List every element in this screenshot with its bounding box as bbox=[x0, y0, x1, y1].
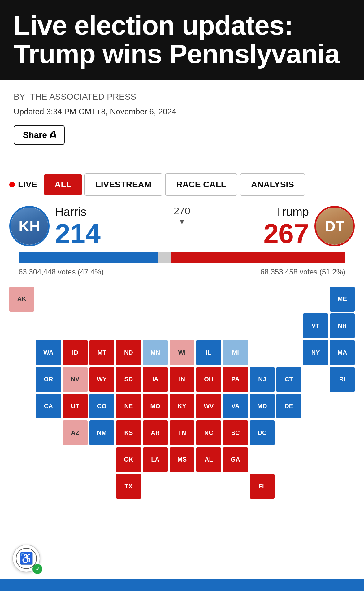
harris-ev: 214 bbox=[55, 220, 101, 247]
state-me[interactable]: ME bbox=[330, 287, 355, 312]
trump-bar bbox=[171, 252, 345, 263]
state-sc[interactable]: SC bbox=[223, 420, 248, 445]
tab-all[interactable]: ALL bbox=[44, 174, 82, 195]
state-oh[interactable]: OH bbox=[196, 367, 221, 392]
state-il[interactable]: IL bbox=[196, 340, 221, 365]
share-button[interactable]: Share ⎙ bbox=[14, 125, 65, 145]
trump-candidate: DT Trump 267 bbox=[263, 205, 355, 247]
state-ok[interactable]: OK bbox=[116, 447, 141, 472]
state-nv[interactable]: NV bbox=[63, 367, 88, 392]
state-empty bbox=[9, 394, 34, 418]
state-ca[interactable]: CA bbox=[36, 394, 61, 418]
state-fl[interactable]: FL bbox=[250, 474, 275, 499]
state-wy[interactable]: WY bbox=[89, 367, 114, 392]
state-empty bbox=[303, 447, 328, 472]
state-empty bbox=[9, 420, 34, 445]
candidates-row: KH Harris 214 270 ▼ DT Trump 267 bbox=[9, 205, 355, 247]
state-ks[interactable]: KS bbox=[116, 420, 141, 445]
state-wv[interactable]: WV bbox=[196, 394, 221, 418]
state-nm[interactable]: NM bbox=[89, 420, 114, 445]
state-nd[interactable]: ND bbox=[116, 340, 141, 365]
trump-name: Trump bbox=[275, 205, 309, 219]
state-ut[interactable]: UT bbox=[63, 394, 88, 418]
state-grid: AKMEVTNHWAIDMTNDMNWIILMINYMAORNVWYSDIAIN… bbox=[9, 287, 355, 499]
accessibility-check-icon: ✓ bbox=[32, 564, 42, 574]
state-ga[interactable]: GA bbox=[223, 447, 248, 472]
state-ky[interactable]: KY bbox=[170, 394, 194, 418]
state-empty bbox=[303, 287, 328, 312]
harris-avatar: KH bbox=[9, 206, 50, 246]
trump-face-icon: DT bbox=[316, 208, 353, 245]
share-icon: ⎙ bbox=[50, 130, 55, 140]
harris-name: Harris bbox=[55, 205, 101, 219]
state-pa[interactable]: PA bbox=[223, 367, 248, 392]
state-empty bbox=[250, 313, 275, 338]
trump-avatar: DT bbox=[314, 206, 355, 246]
state-ne[interactable]: NE bbox=[116, 394, 141, 418]
harris-candidate: KH Harris 214 bbox=[9, 205, 101, 247]
state-empty bbox=[63, 287, 88, 312]
state-vt[interactable]: VT bbox=[303, 313, 328, 338]
state-sd[interactable]: SD bbox=[116, 367, 141, 392]
state-empty bbox=[276, 340, 301, 365]
state-or[interactable]: OR bbox=[36, 367, 61, 392]
nav-container: LIVE ALL LIVESTREAM RACE CALL ANALYSIS bbox=[0, 170, 364, 196]
state-empty bbox=[223, 313, 248, 338]
down-arrow-icon: ▼ bbox=[178, 217, 186, 226]
state-id[interactable]: ID bbox=[63, 340, 88, 365]
state-ar[interactable]: AR bbox=[143, 420, 168, 445]
state-empty bbox=[170, 474, 194, 499]
state-tn[interactable]: TN bbox=[170, 420, 194, 445]
nav-tabs: LIVE ALL LIVESTREAM RACE CALL ANALYSIS bbox=[0, 173, 364, 196]
state-empty bbox=[330, 474, 355, 499]
state-empty bbox=[36, 447, 61, 472]
state-mt[interactable]: MT bbox=[89, 340, 114, 365]
state-al[interactable]: AL bbox=[196, 447, 221, 472]
state-mn[interactable]: MN bbox=[143, 340, 168, 365]
state-md[interactable]: MD bbox=[250, 394, 275, 418]
state-mo[interactable]: MO bbox=[143, 394, 168, 418]
state-va[interactable]: VA bbox=[223, 394, 248, 418]
state-tx[interactable]: TX bbox=[116, 474, 141, 499]
state-wa[interactable]: WA bbox=[36, 340, 61, 365]
state-empty bbox=[143, 474, 168, 499]
state-empty bbox=[170, 313, 194, 338]
state-empty bbox=[303, 474, 328, 499]
state-empty bbox=[276, 287, 301, 312]
state-ma[interactable]: MA bbox=[330, 340, 355, 365]
live-label: LIVE bbox=[18, 180, 37, 190]
state-ia[interactable]: IA bbox=[143, 367, 168, 392]
state-nj[interactable]: NJ bbox=[250, 367, 275, 392]
meta-section: BY THE ASSOCIATED PRESS Updated 3:34 PM … bbox=[0, 80, 364, 151]
needed-label: 270 bbox=[174, 205, 190, 217]
state-empty bbox=[143, 313, 168, 338]
state-mi[interactable]: MI bbox=[223, 340, 248, 365]
state-ak[interactable]: AK bbox=[9, 287, 34, 312]
state-empty bbox=[303, 394, 328, 418]
state-ri[interactable]: RI bbox=[330, 367, 355, 392]
state-nc[interactable]: NC bbox=[196, 420, 221, 445]
state-co[interactable]: CO bbox=[89, 394, 114, 418]
state-empty bbox=[250, 447, 275, 472]
state-wi[interactable]: WI bbox=[170, 340, 194, 365]
byline: BY THE ASSOCIATED PRESS bbox=[14, 92, 350, 102]
state-dc[interactable]: DC bbox=[250, 420, 275, 445]
state-la[interactable]: LA bbox=[143, 447, 168, 472]
state-in[interactable]: IN bbox=[170, 367, 194, 392]
state-ct[interactable]: CT bbox=[276, 367, 301, 392]
tab-analysis[interactable]: ANALYSIS bbox=[240, 173, 305, 196]
state-map-section: AKMEVTNHWAIDMTNDMNWIILMINYMAORNVWYSDIAIN… bbox=[0, 284, 364, 511]
gap-bar bbox=[158, 252, 171, 263]
tab-race-call[interactable]: RACE CALL bbox=[165, 173, 237, 196]
harris-info: Harris 214 bbox=[55, 205, 101, 247]
state-ms[interactable]: MS bbox=[170, 447, 194, 472]
state-nh[interactable]: NH bbox=[330, 313, 355, 338]
state-empty bbox=[276, 474, 301, 499]
state-az[interactable]: AZ bbox=[63, 420, 88, 445]
state-de[interactable]: DE bbox=[276, 394, 301, 418]
state-empty bbox=[9, 367, 34, 392]
state-ny[interactable]: NY bbox=[303, 340, 328, 365]
tab-livestream[interactable]: LIVESTREAM bbox=[84, 173, 162, 196]
state-empty bbox=[36, 287, 61, 312]
state-empty bbox=[116, 287, 141, 312]
